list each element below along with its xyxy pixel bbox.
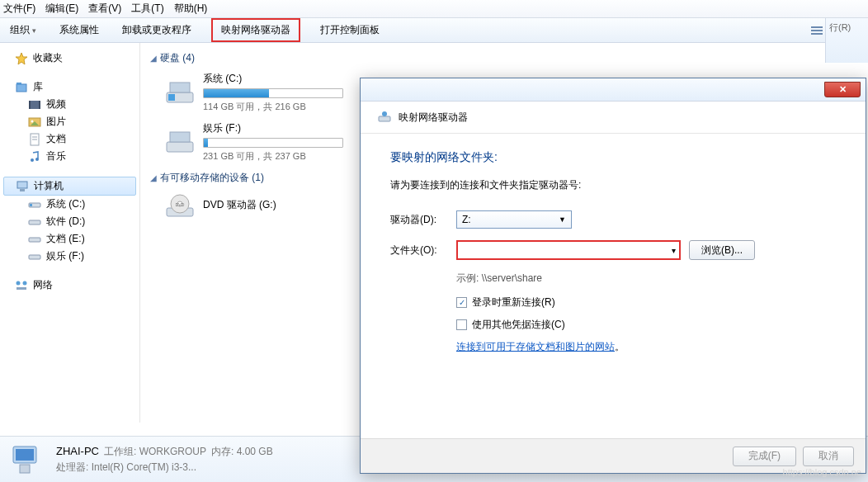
dialog-footer: 完成(F) 取消 (361, 438, 866, 473)
sidebar-libraries[interactable]: 库 (0, 78, 139, 96)
svg-point-19 (31, 158, 34, 162)
sidebar-network-label: 网络 (33, 278, 53, 292)
svg-point-28 (17, 281, 21, 285)
sidebar-computer[interactable]: 计算机 (3, 177, 136, 196)
sidebar-pictures[interactable]: 图片 (0, 113, 139, 130)
storage-website-link-row: 连接到可用于存储文档和图片的网站。 (456, 340, 836, 354)
menu-tools[interactable]: 工具(T) (131, 2, 163, 16)
sidebar-libraries-label: 库 (33, 80, 43, 94)
menu-help[interactable]: 帮助(H) (174, 2, 208, 16)
svg-point-20 (35, 158, 39, 161)
svg-rect-9 (17, 83, 21, 85)
sidebar-drive-c[interactable]: 系统 (C:) (0, 196, 139, 213)
toolbar-system-properties[interactable]: 系统属性 (56, 21, 102, 39)
sidebar-documents-label: 文档 (46, 132, 66, 146)
sidebar-drive-d-label: 软件 (D:) (46, 215, 85, 229)
collapse-icon: ◢ (150, 173, 157, 182)
cancel-button[interactable]: 取消 (803, 447, 854, 466)
music-icon (28, 150, 41, 163)
menu-file[interactable]: 文件(F) (3, 2, 35, 16)
dialog-header-title: 映射网络驱动器 (399, 111, 468, 125)
drive-c-progress (203, 88, 343, 98)
drive-letter-select[interactable]: Z: ▼ (456, 210, 572, 229)
menu-edit[interactable]: 编辑(E) (45, 2, 78, 16)
drive-icon (28, 198, 41, 211)
documents-icon (28, 133, 41, 146)
svg-rect-42 (20, 465, 30, 473)
navigation-pane: 收藏夹 库 视频 图片 文档 音乐 (0, 43, 140, 423)
svg-point-14 (31, 120, 34, 122)
svg-marker-7 (16, 53, 27, 64)
sidebar-drive-f-label: 娱乐 (F:) (46, 249, 84, 263)
menu-view[interactable]: 查看(V) (88, 2, 121, 16)
reconnect-label: 登录时重新连接(R) (472, 295, 555, 310)
dropdown-arrow-icon: ▼ (559, 215, 566, 224)
svg-rect-11 (29, 101, 31, 109)
sidebar-favorites[interactable]: 收藏夹 (0, 50, 139, 67)
finish-button[interactable]: 完成(F) (733, 447, 796, 466)
folder-input[interactable]: ▾ (456, 240, 681, 260)
checkbox-unchecked-icon[interactable] (456, 319, 467, 330)
svg-rect-22 (20, 189, 25, 191)
sidebar-drive-d[interactable]: 软件 (D:) (0, 213, 139, 230)
close-button[interactable]: ✕ (824, 82, 861, 97)
sidebar-videos[interactable]: 视频 (0, 96, 139, 113)
dvd-icon: DVD (165, 191, 195, 221)
status-pc-name: ZHAI-PC (56, 445, 99, 457)
svg-rect-41 (16, 449, 34, 461)
star-icon (15, 52, 28, 65)
svg-rect-2 (811, 33, 823, 35)
video-icon (28, 98, 41, 111)
network-drive-icon (377, 110, 392, 125)
dialog-body: 要映射的网络文件夹: 请为要连接到的连接和文件夹指定驱动器号: 驱动器(D): … (361, 134, 866, 371)
hdd-section-header[interactable]: ◢ 硬盘 (4) (150, 51, 858, 65)
sidebar-pictures-label: 图片 (46, 115, 66, 129)
svg-rect-25 (29, 220, 40, 224)
sidebar-music[interactable]: 音乐 (0, 148, 139, 165)
toolbar-organize[interactable]: 组织 (7, 21, 40, 39)
close-icon: ✕ (839, 84, 847, 95)
sidebar-documents[interactable]: 文档 (0, 130, 139, 148)
hdd-section-label: 硬盘 (4) (160, 51, 195, 65)
sidebar-drive-e[interactable]: 文档 (E:) (0, 230, 139, 248)
library-icon (15, 81, 28, 94)
status-workgroup: 工作组: WORKGROUP (104, 446, 206, 457)
drive-f-progress (203, 138, 343, 148)
sidebar-drive-e-label: 文档 (E:) (46, 232, 85, 246)
toolbar-uninstall[interactable]: 卸载或更改程序 (119, 21, 195, 39)
other-credentials-checkbox-row[interactable]: 使用其他凭据连接(C) (456, 318, 836, 332)
drive-letter-label: 驱动器(D): (390, 213, 456, 227)
drive-letter-value: Z: (462, 214, 471, 225)
reconnect-checkbox-row[interactable]: ✓ 登录时重新连接(R) (456, 295, 836, 310)
svg-rect-1 (811, 30, 823, 31)
svg-rect-21 (17, 182, 27, 188)
svg-rect-43 (379, 116, 390, 121)
sidebar-favorites-label: 收藏夹 (33, 51, 63, 65)
menu-bar: 文件(F) 编辑(E) 查看(V) 工具(T) 帮助(H) (0, 0, 868, 18)
sidebar-network[interactable]: 网络 (0, 276, 139, 294)
toolbar-open-control-panel[interactable]: 打开控制面板 (317, 21, 383, 39)
svg-rect-0 (811, 26, 823, 28)
computer-large-icon (8, 442, 45, 478)
svg-text:DVD: DVD (176, 202, 185, 207)
link-period: 。 (615, 341, 625, 352)
status-memory: 内存: 4.00 GB (211, 446, 273, 457)
sidebar-drive-c-label: 系统 (C:) (46, 197, 85, 211)
drive-icon (28, 215, 41, 229)
svg-rect-34 (167, 142, 193, 152)
view-options-icon[interactable] (810, 24, 823, 37)
checkbox-checked-icon[interactable]: ✓ (456, 297, 467, 308)
drive-icon (28, 233, 41, 246)
dialog-titlebar[interactable]: ✕ (361, 78, 866, 102)
browse-button[interactable]: 浏览(B)... (689, 240, 755, 260)
sidebar-drive-f[interactable]: 娱乐 (F:) (0, 248, 139, 265)
computer-icon (16, 180, 29, 193)
svg-rect-24 (30, 204, 32, 206)
run-label: 行(R) (829, 22, 851, 32)
storage-website-link[interactable]: 连接到可用于存储文档和图片的网站 (456, 341, 615, 352)
map-network-drive-dialog: ✕ 映射网络驱动器 要映射的网络文件夹: 请为要连接到的连接和文件夹指定驱动器号… (360, 78, 866, 474)
sidebar-videos-label: 视频 (46, 97, 66, 111)
sidebar-computer-label: 计算机 (34, 179, 64, 193)
folder-row: 文件夹(O): ▾ 浏览(B)... (390, 240, 836, 260)
toolbar-map-network-drive[interactable]: 映射网络驱动器 (211, 18, 300, 42)
